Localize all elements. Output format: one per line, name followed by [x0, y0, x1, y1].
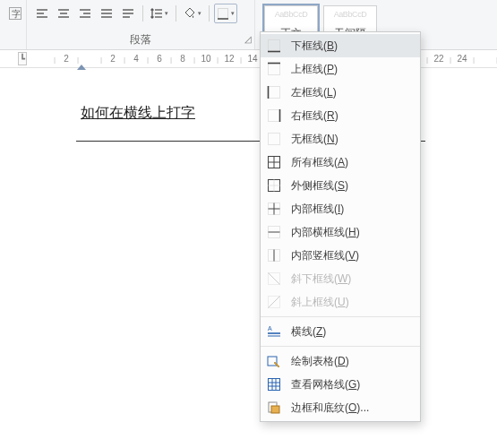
- menu-label: 下框线(B): [291, 39, 338, 54]
- horizontal-line-icon: A: [266, 323, 282, 340]
- menu-label: 绘制表格(D): [291, 354, 349, 369]
- ruler-tick: [78, 54, 101, 64]
- menu-separator: [261, 316, 420, 317]
- menu-inside-horizontal[interactable]: 内部横框线(H): [261, 220, 420, 244]
- ruler-tick: 22: [427, 54, 450, 64]
- distributed-button[interactable]: [118, 4, 138, 23]
- ruler-tick: 12: [218, 54, 241, 64]
- menu-top-border[interactable]: 上框线(P): [261, 57, 420, 81]
- menu-label: 斜上框线(U): [291, 295, 349, 310]
- menu-label: 内部横框线(H): [291, 225, 360, 240]
- ribbon-group-left: 字: [0, 0, 27, 49]
- justify-button[interactable]: [97, 4, 116, 23]
- menu-label: 内部竖框线(V): [291, 248, 359, 263]
- menu-label: 左框线(L): [291, 85, 337, 100]
- tab-selector[interactable]: ┗: [18, 52, 27, 65]
- svg-rect-52: [269, 379, 280, 391]
- menu-borders-shading[interactable]: 边框和底纹(O)...: [261, 396, 420, 419]
- inside-horizontal-icon: [266, 224, 282, 240]
- borders-split-button[interactable]: ▾: [214, 4, 237, 23]
- menu-inside-borders[interactable]: 内部框线(I): [261, 197, 420, 220]
- menu-left-border[interactable]: 左框线(L): [261, 81, 420, 104]
- ribbon: 字: [0, 0, 497, 50]
- chevron-down-icon: ▾: [231, 10, 235, 17]
- menu-view-gridlines[interactable]: 查看网格线(G): [261, 373, 420, 396]
- outside-borders-icon: [266, 177, 282, 194]
- ruler-tick: 2: [55, 54, 78, 64]
- borders-shading-icon: [266, 400, 282, 416]
- menu-separator: [261, 346, 420, 347]
- menu-no-border[interactable]: 无框线(N): [261, 127, 420, 151]
- indent-marker-icon[interactable]: [77, 65, 86, 79]
- dialog-launcher-icon[interactable]: ◿: [244, 34, 252, 44]
- ruler[interactable]: ┗ 22468101214162224: [0, 50, 497, 68]
- menu-label: 内部框线(I): [291, 202, 344, 217]
- ruler-tick: [474, 54, 497, 64]
- ruler-tick: 2: [101, 54, 124, 64]
- character-border-button[interactable]: 字: [5, 4, 25, 23]
- diagonal-down-icon: [266, 271, 282, 287]
- align-left-button[interactable]: [32, 4, 52, 23]
- svg-text:A: A: [268, 325, 272, 332]
- menu-diagonal-up: 斜上框线(U): [261, 290, 420, 314]
- document-area[interactable]: 如何在横线上打字: [0, 68, 497, 142]
- draw-table-icon: [266, 353, 282, 369]
- left-border-icon: [266, 84, 282, 100]
- ruler-tick: 24: [450, 54, 474, 64]
- menu-all-borders[interactable]: 所有框线(A): [261, 151, 420, 174]
- menu-label: 所有框线(A): [291, 155, 348, 170]
- ruler-tick: 4: [124, 54, 148, 64]
- inside-borders-icon: [266, 201, 282, 217]
- menu-label: 边框和底纹(O)...: [291, 401, 369, 416]
- borders-dropdown-menu: 下框线(B) 上框线(P) 左框线(L) 右框线(R) 无框线(N) 所有框线(…: [260, 31, 421, 422]
- inside-vertical-icon: [266, 247, 282, 263]
- chevron-down-icon: ▾: [165, 10, 168, 17]
- align-center-button[interactable]: [54, 4, 73, 23]
- svg-rect-58: [271, 406, 279, 413]
- menu-bottom-border[interactable]: 下框线(B): [261, 34, 420, 57]
- svg-rect-28: [269, 110, 280, 122]
- line-spacing-button[interactable]: ▾: [148, 4, 171, 23]
- menu-label: 横线(Z): [291, 324, 326, 340]
- chevron-down-icon: ▾: [198, 10, 201, 17]
- ruler-tick: 6: [148, 54, 171, 64]
- menu-label: 右框线(R): [291, 108, 338, 124]
- menu-outside-borders[interactable]: 外侧框线(S): [261, 174, 420, 197]
- svg-text:字: 字: [12, 9, 21, 19]
- menu-label: 查看网格线(G): [291, 377, 360, 392]
- svg-line-47: [269, 297, 280, 308]
- svg-line-45: [269, 273, 280, 285]
- all-borders-icon: [266, 154, 282, 170]
- menu-label: 斜下框线(W): [291, 271, 351, 287]
- ruler-tick: [31, 54, 55, 64]
- menu-draw-table[interactable]: 绘制表格(D): [261, 349, 420, 373]
- ribbon-group-paragraph: ▾ ▾ ▾ 段落 ◿: [27, 0, 255, 49]
- menu-label: 上框线(P): [291, 62, 338, 77]
- align-right-button[interactable]: [75, 4, 95, 23]
- menu-label: 无框线(N): [291, 132, 338, 147]
- ruler-tick: 8: [171, 54, 194, 64]
- menu-horizontal-line[interactable]: A 横线(Z): [261, 320, 420, 343]
- diagonal-up-icon: [266, 294, 282, 310]
- shading-button[interactable]: ▾: [181, 4, 204, 23]
- menu-right-border[interactable]: 右框线(R): [261, 104, 420, 127]
- svg-rect-24: [269, 64, 280, 75]
- menu-inside-vertical[interactable]: 内部竖框线(V): [261, 244, 420, 267]
- svg-rect-20: [219, 9, 228, 19]
- svg-rect-30: [269, 134, 280, 145]
- menu-label: 外侧框线(S): [291, 178, 348, 194]
- gridlines-icon: [266, 376, 282, 392]
- top-border-icon: [266, 61, 282, 77]
- svg-rect-22: [269, 40, 280, 52]
- menu-diagonal-down: 斜下框线(W): [261, 267, 420, 290]
- no-border-icon: [266, 131, 282, 147]
- ruler-tick: 10: [194, 54, 218, 64]
- right-border-icon: [266, 108, 282, 124]
- svg-rect-26: [269, 87, 280, 99]
- group-label-paragraph: 段落: [27, 32, 254, 47]
- bottom-border-icon: [266, 38, 282, 54]
